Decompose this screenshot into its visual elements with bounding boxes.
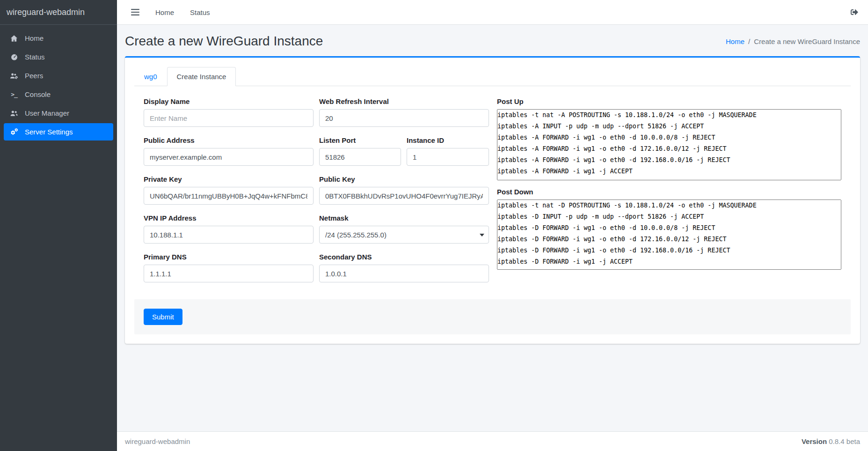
gears-icon: [8, 128, 20, 136]
post-up-label: Post Up: [497, 97, 841, 105]
web-refresh-interval-input[interactable]: [319, 109, 489, 127]
breadcrumb-current: Create a new WireGuard Instance: [754, 37, 860, 45]
create-instance-form: Display Name Web Refresh Interval Public…: [125, 86, 860, 292]
vpn-ip-label: VPN IP Address: [144, 214, 314, 222]
secondary-dns-label: Secondary DNS: [319, 253, 489, 261]
form-right-block: Post Up iptables -t nat -A POSTROUTING -…: [497, 97, 841, 292]
public-key-input[interactable]: [319, 187, 489, 205]
page-title: Create a new WireGuard Instance: [125, 34, 323, 49]
public-address-input[interactable]: [144, 148, 314, 166]
public-key-label: Public Key: [319, 175, 489, 183]
topbar: Home Status: [117, 0, 868, 25]
version-value: 0.8.4 beta: [829, 437, 860, 445]
main-column: Home Status Create a new WireGuard Insta…: [117, 0, 868, 451]
display-name-input[interactable]: [144, 109, 314, 127]
sidebar-item-console[interactable]: >_ Console: [4, 86, 113, 103]
terminal-icon: >_: [8, 91, 20, 98]
tab-create-instance[interactable]: Create Instance: [167, 67, 236, 86]
sidebar-item-home[interactable]: Home: [4, 30, 113, 47]
breadcrumb: Home / Create a new WireGuard Instance: [726, 37, 860, 45]
hamburger-icon[interactable]: [131, 9, 139, 15]
page-footer: wireguard-webadmin Version 0.8.4 beta: [117, 431, 868, 451]
netmask-label: Netmask: [319, 214, 489, 222]
sidebar-item-peers[interactable]: Peers: [4, 67, 113, 84]
public-address-label: Public Address: [144, 136, 314, 144]
breadcrumb-home-link[interactable]: Home: [726, 37, 744, 45]
topbar-link-home[interactable]: Home: [155, 8, 174, 16]
sidebar: wireguard-webadmin Home Status Peers: [0, 0, 117, 451]
form-footer: Submit: [134, 299, 851, 334]
sidebar-item-user-manager[interactable]: User Manager: [4, 104, 113, 122]
tab-bar: wg0 Create Instance: [134, 67, 851, 86]
netmask-select[interactable]: /24 (255.255.255.0): [319, 226, 489, 244]
listen-port-input[interactable]: [319, 148, 401, 166]
primary-dns-label: Primary DNS: [144, 253, 314, 261]
app-root: wireguard-webadmin Home Status Peers: [0, 0, 868, 451]
page-head: Create a new WireGuard Instance Home / C…: [125, 34, 860, 49]
display-name-label: Display Name: [144, 97, 314, 105]
users-icon: [8, 110, 20, 117]
sidebar-item-label: User Manager: [25, 109, 69, 117]
instance-id-input[interactable]: [407, 148, 489, 166]
version-text: Version 0.8.4 beta: [802, 437, 860, 445]
private-key-label: Private Key: [144, 175, 314, 183]
listen-port-label: Listen Port: [319, 136, 401, 144]
form-left-block: Display Name Web Refresh Interval Public…: [144, 97, 489, 292]
sidebar-item-label: Peers: [25, 72, 43, 80]
topbar-link-status[interactable]: Status: [190, 8, 210, 16]
breadcrumb-separator: /: [748, 37, 750, 45]
sidebar-item-label: Server Settings: [25, 128, 73, 136]
sidebar-item-server-settings[interactable]: Server Settings: [4, 123, 113, 140]
users-gear-icon: [8, 72, 20, 80]
footer-brand: wireguard-webadmin: [125, 437, 190, 445]
version-label: Version: [802, 437, 827, 445]
submit-button[interactable]: Submit: [144, 309, 182, 325]
sidebar-item-label: Console: [25, 90, 51, 98]
web-refresh-interval-label: Web Refresh Interval: [319, 97, 489, 105]
post-down-textarea[interactable]: iptables -t nat -D POSTROUTING -s 10.188…: [497, 200, 841, 270]
brand-title[interactable]: wireguard-webadmin: [0, 0, 117, 25]
instance-card: wg0 Create Instance Display Name Web Ref…: [125, 56, 860, 344]
gauge-icon: [8, 53, 20, 61]
primary-dns-input[interactable]: [144, 265, 314, 282]
sidebar-item-status[interactable]: Status: [4, 48, 113, 66]
post-up-textarea[interactable]: iptables -t nat -A POSTROUTING -s 10.188…: [497, 109, 841, 180]
sidebar-item-label: Status: [25, 53, 45, 61]
content-area: Create a new WireGuard Instance Home / C…: [117, 25, 868, 431]
sidebar-item-label: Home: [25, 34, 44, 42]
vpn-ip-input[interactable]: [144, 226, 314, 244]
secondary-dns-input[interactable]: [319, 265, 489, 282]
sidebar-nav: Home Status Peers >_ Console: [0, 25, 117, 147]
home-icon: [8, 35, 20, 42]
post-down-label: Post Down: [497, 188, 841, 196]
private-key-input[interactable]: [144, 187, 314, 205]
sign-out-icon[interactable]: [850, 8, 859, 16]
tab-wg0[interactable]: wg0: [134, 67, 167, 86]
instance-id-label: Instance ID: [407, 136, 489, 144]
